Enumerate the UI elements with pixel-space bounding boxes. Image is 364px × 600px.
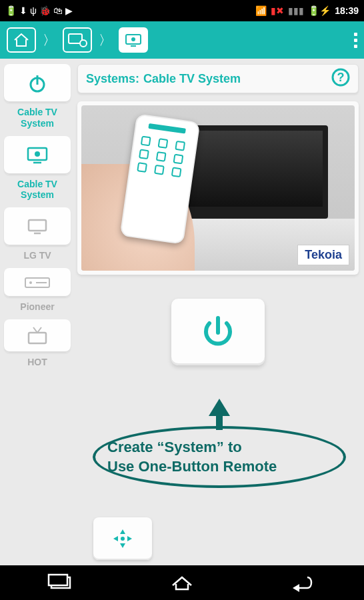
dpad-button[interactable]: [93, 517, 152, 560]
nav-back-button[interactable]: [290, 573, 317, 592]
tv-gear-icon: [25, 145, 49, 165]
home-icon: [13, 32, 30, 48]
svg-rect-26: [49, 575, 67, 585]
content-area: Systems: Cable TV System ? Tekoia: [75, 59, 364, 565]
android-status-bar: 🔋 ⬇ ψ 🐞 🛍 ▶ 📶 ▮✖ ▮▮▮ 🔋⚡ 18:39: [0, 0, 364, 21]
preview-card: Tekoia: [77, 101, 359, 275]
battery-icon: 🔋: [5, 5, 17, 16]
sidebar-item-power[interactable]: [4, 64, 71, 103]
app-header: 〉 〉: [0, 21, 364, 59]
sidebar: Cable TV System Cable TV System LG TV Pi…: [0, 59, 75, 565]
power-icon: [27, 73, 48, 94]
sidebar-item-hot[interactable]: [4, 319, 71, 353]
sidebar-item-label: Cable TV System: [4, 107, 71, 129]
status-left-icons: 🔋 ⬇ ψ 🐞 🛍 ▶: [5, 5, 73, 16]
systems-bar-prefix: Systems:: [86, 72, 139, 86]
nav-remote-button[interactable]: [119, 27, 148, 53]
receiver-icon: [24, 277, 51, 289]
sidebar-item-cabletv[interactable]: [4, 136, 71, 175]
svg-point-1: [80, 40, 87, 47]
nav-recent-button[interactable]: [47, 573, 74, 592]
annotation-bubble: Create “System” to Use One-Button Remote: [93, 426, 346, 488]
one-button-power[interactable]: [171, 299, 265, 365]
sidebar-item-label: Cable TV System: [4, 179, 71, 201]
shopping-icon: 🛍: [53, 5, 63, 16]
overflow-menu-button[interactable]: [354, 33, 357, 48]
devices-icon: [67, 33, 87, 47]
annotation-arrow-icon: [209, 399, 230, 416]
sidebar-item-label: LG TV: [4, 250, 71, 261]
sidebar-item-lgtv[interactable]: [4, 207, 71, 246]
main-area: Cable TV System Cable TV System LG TV Pi…: [0, 59, 364, 565]
clock: 18:39: [335, 5, 359, 16]
svg-marker-21: [120, 543, 125, 548]
annotation-overlay: Create “System” to Use One-Button Remote: [81, 399, 357, 488]
nav-home-button[interactable]: [7, 27, 36, 53]
signal-icon: ▮▮▮: [288, 5, 304, 16]
nav-home-button[interactable]: [169, 573, 195, 592]
download-icon: ⬇: [19, 5, 27, 16]
brand-badge: Tekoia: [297, 245, 349, 265]
wifi-icon: 📶: [255, 5, 267, 16]
svg-marker-23: [127, 536, 132, 541]
svg-point-13: [29, 281, 32, 284]
sidebar-item-pioneer[interactable]: [4, 268, 71, 297]
svg-marker-22: [113, 536, 118, 541]
remote-icon: [124, 33, 143, 47]
svg-marker-27: [293, 584, 299, 592]
sim-error-icon: ▮✖: [271, 5, 284, 16]
svg-rect-10: [29, 220, 46, 231]
svg-marker-20: [120, 529, 125, 534]
status-right-icons: 📶 ▮✖ ▮▮▮ 🔋⚡ 18:39: [255, 5, 359, 16]
android-nav-bar: [0, 565, 364, 600]
chevron-right-icon: 〉: [43, 31, 56, 49]
help-icon[interactable]: ?: [331, 68, 350, 90]
dpad-icon: [111, 527, 134, 550]
debug-icon: 🐞: [39, 5, 51, 16]
nav-devices-button[interactable]: [63, 27, 92, 53]
power-icon: [197, 311, 239, 353]
svg-rect-15: [29, 333, 46, 343]
battery-charging-icon: 🔋⚡: [308, 5, 331, 16]
preview-image: Tekoia: [81, 105, 355, 271]
svg-point-8: [35, 151, 40, 157]
play-icon: ▶: [65, 5, 73, 16]
systems-bar-name: Cable TV System: [143, 72, 241, 86]
tv-antenna-icon: [25, 326, 49, 346]
sidebar-item-label: HOT: [4, 357, 71, 368]
chevron-right-icon: 〉: [99, 31, 112, 49]
tv-icon: [26, 217, 49, 236]
systems-bar[interactable]: Systems: Cable TV System ?: [77, 64, 359, 93]
svg-point-3: [131, 37, 135, 41]
usb-icon: ψ: [30, 5, 37, 16]
sidebar-item-label: Pioneer: [4, 301, 71, 313]
svg-text:?: ?: [337, 71, 345, 84]
svg-point-24: [121, 537, 125, 541]
